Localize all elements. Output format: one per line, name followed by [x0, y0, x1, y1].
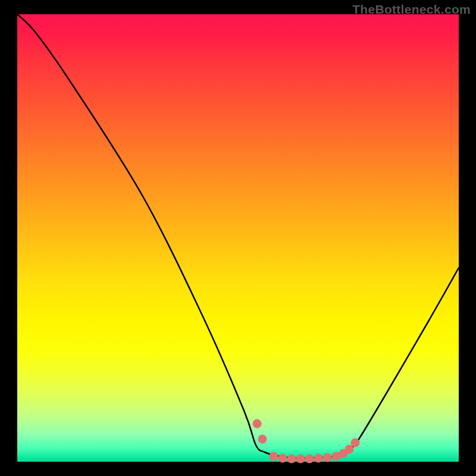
chart-svg — [0, 0, 476, 476]
highlight-dot — [314, 454, 323, 463]
bottleneck-curve — [17, 14, 459, 458]
highlight-dot — [305, 455, 314, 464]
highlight-dot — [296, 455, 305, 464]
highlight-dot — [270, 452, 278, 461]
highlight-dot — [258, 435, 267, 444]
highlight-dot — [253, 419, 262, 428]
highlight-dot — [351, 439, 360, 447]
highlight-dots-group — [253, 419, 360, 464]
highlight-dot — [287, 455, 296, 464]
highlight-dot — [323, 453, 332, 462]
highlight-dot — [278, 454, 287, 463]
